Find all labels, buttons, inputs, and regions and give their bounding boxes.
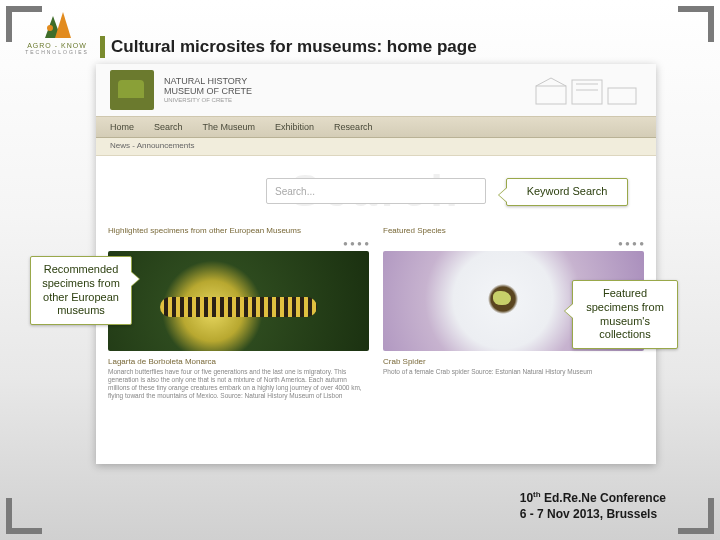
left-caption-title: Lagarta de Borboleta Monarca	[108, 357, 369, 366]
slide-title-row: Cultural microsites for museums: home pa…	[100, 36, 477, 58]
svg-line-6	[536, 78, 551, 86]
building-sketch-icon	[532, 72, 642, 108]
callout-text: Recommended specimens from other Europea…	[42, 263, 120, 316]
footer-line2: 6 - 7 Nov 2013, Brussels	[520, 506, 666, 522]
search-input[interactable]: Search...	[266, 178, 486, 204]
subnav-news[interactable]: News - Announcements	[110, 141, 195, 150]
slide-title: Cultural microsites for museums: home pa…	[111, 37, 477, 57]
search-placeholder: Search...	[275, 186, 315, 197]
nav-museum[interactable]: The Museum	[203, 122, 256, 132]
museum-title: NATURAL HISTORY MUSEUM OF CRETE UNIVERSI…	[164, 77, 252, 103]
frame-corner	[6, 498, 42, 534]
museum-name-line: UNIVERSITY OF CRETE	[164, 97, 252, 104]
frame-corner	[678, 6, 714, 42]
svg-rect-5	[608, 88, 636, 104]
slide-footer: 10th Ed.Re.Ne Conference 6 - 7 Nov 2013,…	[520, 490, 666, 522]
specimen-thumb-caterpillar[interactable]	[108, 251, 369, 351]
nav-research[interactable]: Research	[334, 122, 373, 132]
project-sublabel: TECHNOLOGIES	[24, 49, 90, 55]
right-caption-title: Crab Spider	[383, 357, 644, 366]
callout-arrow-icon	[131, 271, 140, 287]
project-label: AGRO - KNOW	[24, 42, 90, 49]
footer-num: 10	[520, 491, 533, 505]
museum-name-line: MUSEUM OF CRETE	[164, 87, 252, 97]
site-header: NATURAL HISTORY MUSEUM OF CRETE UNIVERSI…	[96, 64, 656, 116]
footer-ordinal: th	[533, 490, 541, 499]
callout-arrow-icon	[564, 303, 573, 319]
footer-line1: 10th Ed.Re.Ne Conference	[520, 490, 666, 506]
svg-rect-3	[536, 86, 566, 104]
svg-line-7	[551, 78, 566, 86]
svg-marker-1	[55, 12, 71, 38]
carousel-dots[interactable]: ● ● ● ●	[108, 239, 369, 248]
right-caption-text: Photo of a female Crab spider Source: Es…	[383, 368, 644, 376]
callout-keyword-search: Keyword Search	[506, 178, 628, 206]
callout-recommended: Recommended specimens from other Europea…	[30, 256, 132, 325]
nav-exhibition[interactable]: Exhibition	[275, 122, 314, 132]
callout-featured: Featured specimens from museum's collect…	[572, 280, 678, 349]
footer-conf: Ed.Re.Ne Conference	[541, 491, 666, 505]
frame-corner	[678, 498, 714, 534]
museum-logo-icon	[110, 70, 154, 110]
project-logo: AGRO - KNOW TECHNOLOGIES	[24, 10, 90, 55]
left-section-title: Highlighted specimens from other Europea…	[108, 226, 369, 235]
left-caption-text: Monarch butterflies have four or five ge…	[108, 368, 369, 401]
nav-search[interactable]: Search	[154, 122, 183, 132]
carousel-dots[interactable]: ● ● ● ●	[383, 239, 644, 248]
svg-point-2	[47, 25, 53, 31]
nav-home[interactable]: Home	[110, 122, 134, 132]
callout-arrow-icon	[498, 187, 507, 203]
leaf-logo-icon	[37, 10, 77, 40]
website-screenshot: NATURAL HISTORY MUSEUM OF CRETE UNIVERSI…	[96, 64, 656, 464]
left-column: Highlighted specimens from other Europea…	[108, 226, 369, 401]
callout-text: Featured specimens from museum's collect…	[586, 287, 664, 340]
callout-text: Keyword Search	[527, 185, 608, 197]
right-section-title: Featured Species	[383, 226, 644, 235]
sub-nav: News - Announcements	[96, 138, 656, 156]
title-accent-bar	[100, 36, 105, 58]
main-nav: Home Search The Museum Exhibition Resear…	[96, 116, 656, 138]
